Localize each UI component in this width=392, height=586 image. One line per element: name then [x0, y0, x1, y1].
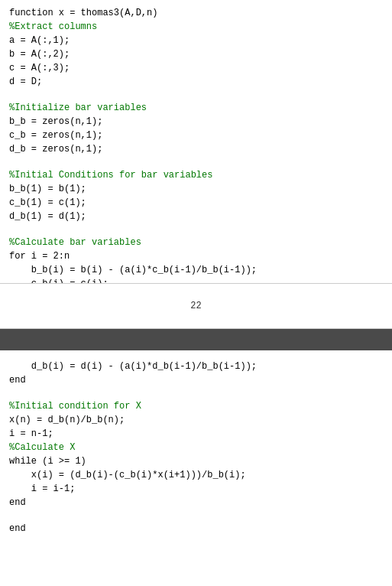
code-line-6: d = D; — [9, 75, 383, 89]
code-line-8: b_b = zeros(n,1); — [9, 115, 383, 129]
dark-separator — [0, 329, 392, 350]
blank-5 — [9, 509, 383, 522]
code-line-25: while (i >= 1) — [9, 454, 383, 468]
code-line-17: b_b(i) = b(i) - (a(i)*c_b(i-1)/b_b(i-1))… — [9, 263, 383, 277]
blank-4 — [9, 387, 383, 399]
code-line-15: %Calculate bar variables — [9, 236, 383, 249]
code-line-16: for i = 2:n — [9, 249, 383, 263]
blank-3 — [9, 223, 383, 236]
code-page-top: function x = thomas3(A,D,n) %Extract col… — [0, 0, 392, 283]
code-line-12: b_b(1) = b(1); — [9, 182, 383, 196]
code-line-13: c_b(1) = c(1); — [9, 196, 383, 210]
code-line-22: x(n) = d_b(n)/b_b(n); — [9, 413, 383, 427]
code-line-7: %Initialize bar variables — [9, 101, 383, 115]
code-line-27: i = i-1; — [9, 482, 383, 496]
code-line-4: b = A(:,2); — [9, 47, 383, 61]
code-line-14: d_b(1) = d(1); — [9, 210, 383, 223]
code-line-3: a = A(:,1); — [9, 34, 383, 47]
code-line-23: i = n-1; — [9, 427, 383, 441]
code-line-11: %Initial Conditions for bar variables — [9, 168, 383, 182]
code-line-2: %Extract columns — [9, 20, 383, 34]
code-line-28: end — [9, 496, 383, 509]
code-line-5: c = A(:,3); — [9, 61, 383, 75]
code-line-20: end — [9, 373, 383, 387]
code-line-24: %Calculate X — [9, 441, 383, 454]
code-line-18: c_b(i) = c(i); — [9, 277, 383, 283]
code-line-10: d_b = zeros(n,1); — [9, 142, 383, 156]
blank-1 — [9, 89, 383, 101]
page-number: 22 — [190, 301, 201, 311]
code-line-1: function x = thomas3(A,D,n) — [9, 6, 383, 20]
code-page-bottom: d_b(i) = d(i) - (a(i)*d_b(i-1)/b_b(i-1))… — [0, 350, 392, 586]
code-line-9: c_b = zeros(n,1); — [9, 129, 383, 142]
code-line-19: d_b(i) = d(i) - (a(i)*d_b(i-1)/b_b(i-1))… — [9, 360, 383, 373]
code-line-21: %Initial condition for X — [9, 399, 383, 413]
code-line-29: end — [9, 522, 383, 536]
code-line-26: x(i) = (d_b(i)-(c_b(i)*x(i+1)))/b_b(i); — [9, 468, 383, 482]
page-divider: 22 — [0, 283, 392, 329]
page-container: function x = thomas3(A,D,n) %Extract col… — [0, 0, 392, 586]
blank-2 — [9, 156, 383, 168]
